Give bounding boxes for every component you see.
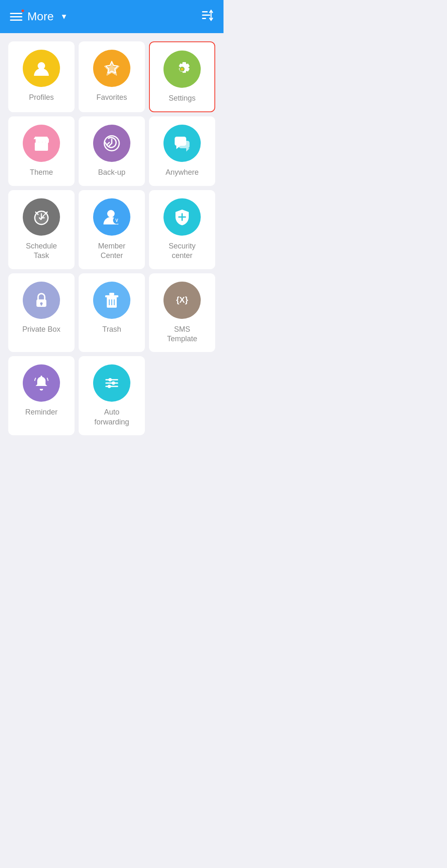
- grid-item-anywhere[interactable]: Anywhere: [149, 116, 215, 186]
- grid-item-auto-forwarding[interactable]: Auto forwarding: [79, 356, 145, 435]
- grid-item-schedule-task[interactable]: Schedule Task: [8, 190, 74, 269]
- svg-point-41: [108, 378, 112, 381]
- reminder-label: Reminder: [25, 407, 58, 417]
- grid-item-sms-template[interactable]: {X} SMS Template: [149, 273, 215, 352]
- grid-item-theme[interactable]: Theme: [8, 116, 74, 186]
- dropdown-arrow-icon[interactable]: ▼: [60, 12, 68, 21]
- grid-item-settings[interactable]: Settings: [149, 41, 215, 112]
- backup-icon-circle: [93, 125, 130, 162]
- header-left: More ▼: [10, 10, 68, 23]
- hamburger-line-1: [10, 13, 22, 14]
- grid-item-security-center[interactable]: Security center: [149, 190, 215, 269]
- svg-rect-32: [105, 295, 118, 297]
- sms-template-icon-circle: {X}: [163, 282, 201, 319]
- sms-template-label: SMS Template: [167, 325, 197, 344]
- favorites-icon-circle: [93, 50, 130, 87]
- member-center-label: Member Center: [98, 241, 125, 261]
- auto-forwarding-icon-circle: [93, 364, 130, 402]
- settings-label: Settings: [168, 94, 195, 103]
- settings-icon-circle: [163, 51, 201, 88]
- svg-rect-0: [202, 11, 208, 12]
- theme-icon-circle: [23, 125, 60, 162]
- grid-item-reminder[interactable]: Reminder: [8, 356, 74, 435]
- menu-grid: Profiles Favorites Settings: [0, 33, 223, 444]
- profiles-label: Profiles: [29, 93, 54, 102]
- hamburger-line-3: [10, 19, 22, 21]
- svg-point-23: [107, 210, 115, 217]
- schedule-task-icon-circle: [23, 198, 60, 236]
- trash-label: Trash: [102, 325, 121, 334]
- hamburger-line-2: [10, 16, 22, 17]
- svg-rect-33: [109, 293, 114, 295]
- trash-icon-circle: [93, 282, 130, 319]
- svg-rect-15: [179, 141, 190, 148]
- anywhere-icon-circle: [163, 125, 201, 162]
- grid-item-trash[interactable]: Trash: [79, 273, 145, 352]
- svg-text:V: V: [115, 218, 118, 223]
- hamburger-menu-button[interactable]: [10, 13, 22, 21]
- sort-icon[interactable]: [200, 9, 214, 24]
- security-center-icon-circle: [163, 198, 201, 236]
- anywhere-label: Anywhere: [166, 168, 199, 177]
- backup-label: Back-up: [98, 168, 125, 177]
- auto-forwarding-label: Auto forwarding: [94, 407, 129, 427]
- svg-marker-16: [186, 148, 190, 152]
- svg-point-43: [108, 385, 111, 388]
- grid-item-backup[interactable]: Back-up: [79, 116, 145, 186]
- grid-item-member-center[interactable]: V Member Center: [79, 190, 145, 269]
- svg-point-42: [112, 381, 115, 385]
- svg-rect-2: [202, 18, 206, 19]
- grid-item-private-box[interactable]: Private Box: [8, 273, 74, 352]
- member-center-icon-circle: V: [93, 198, 130, 236]
- svg-point-8: [181, 68, 183, 70]
- svg-text:{X}: {X}: [176, 295, 188, 304]
- private-box-icon-circle: [23, 282, 60, 319]
- reminder-icon-circle: [23, 364, 60, 402]
- header-title: More: [27, 10, 54, 23]
- svg-rect-10: [39, 146, 44, 151]
- private-box-label: Private Box: [22, 325, 60, 334]
- app-header: More ▼: [0, 0, 223, 33]
- security-center-label: Security center: [168, 241, 195, 261]
- grid-item-favorites[interactable]: Favorites: [79, 41, 145, 112]
- schedule-task-label: Schedule Task: [26, 241, 57, 261]
- theme-label: Theme: [30, 168, 53, 177]
- profiles-icon-circle: [23, 50, 60, 87]
- favorites-label: Favorites: [96, 93, 127, 102]
- svg-rect-1: [202, 14, 210, 16]
- grid-item-profiles[interactable]: Profiles: [8, 41, 74, 112]
